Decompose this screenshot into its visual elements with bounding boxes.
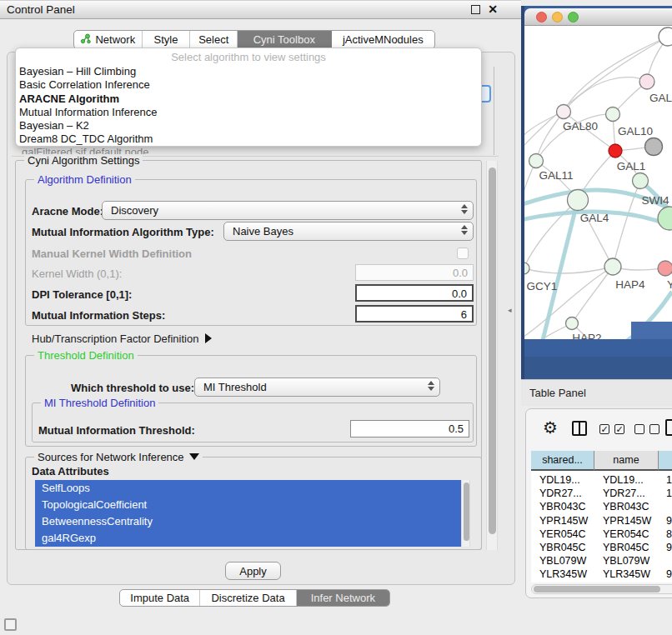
column-header-partial[interactable]	[659, 451, 672, 471]
table-hscrollbar-thumb[interactable]	[534, 586, 660, 592]
table-cell[interactable]: YDL19...	[603, 474, 644, 486]
collapsed-panel-icon[interactable]	[4, 618, 17, 631]
algorithm-option[interactable]: Basic Correlation Inference	[16, 78, 481, 92]
network-window-titlebar[interactable]	[524, 8, 672, 26]
manual-kernel-label: Manual Kernel Width Definition	[32, 248, 192, 260]
combo-stepper-icon	[428, 381, 434, 391]
table-cell[interactable]: 8.	[666, 528, 672, 540]
network-canvas[interactable]: GALGAL80GAL10GAL1GAL11SWI4GAL4GCY1HAP4YH…	[524, 26, 672, 339]
apply-button[interactable]: Apply	[225, 562, 281, 580]
tab-network[interactable]: Network	[74, 31, 143, 48]
tab-select[interactable]: Select	[190, 31, 238, 48]
tab-infer-network[interactable]: Infer Network	[297, 590, 389, 606]
tab-style[interactable]: Style	[143, 31, 191, 48]
table-cell[interactable]: 9.	[666, 542, 672, 553]
table-cell[interactable]: YLR345W	[539, 568, 587, 580]
aracne-mode-combo[interactable]: Discovery	[102, 201, 474, 220]
unchecked-checkbox-icon[interactable]	[634, 424, 644, 434]
minimize-traffic-icon[interactable]	[552, 12, 563, 22]
network-node[interactable]	[604, 258, 621, 275]
attributes-scrollbar-thumb[interactable]	[464, 482, 469, 541]
kernel-width-field[interactable]: 0.0	[355, 264, 474, 281]
table-cell[interactable]: YDL19...	[539, 474, 580, 486]
table-cell[interactable]: YBR043C	[603, 501, 649, 512]
kernel-width-label: Kernel Width (0,1):	[32, 268, 122, 280]
which-threshold-combo[interactable]: MI Threshold	[194, 378, 440, 397]
float-window-icon[interactable]	[471, 5, 480, 14]
table-cell[interactable]: YDR27...	[603, 488, 645, 499]
algorithm-option[interactable]: Dream8 DC_TDC Algorithm	[16, 132, 481, 146]
sources-title[interactable]: Sources for Network Inference	[34, 451, 203, 463]
panel-divider-handle[interactable]: ◂	[508, 306, 512, 314]
attribute-item[interactable]: BetweennessCentrality	[35, 513, 461, 530]
tab-cyni-toolbox[interactable]: Cyni Toolbox	[238, 31, 331, 48]
attribute-item[interactable]: gal4RGexp	[35, 530, 461, 547]
control-panel-tabs: NetworkStyleSelectCyni ToolboxjActiveMNo…	[73, 30, 435, 49]
network-node[interactable]	[568, 190, 589, 211]
document-icon[interactable]	[665, 419, 672, 436]
table-cell[interactable]: 9.	[666, 568, 672, 580]
network-node[interactable]	[659, 28, 672, 46]
table-hscrollbar[interactable]	[531, 584, 672, 594]
table-cell[interactable]: YBR045C	[539, 542, 586, 553]
algorithm-option[interactable]: ARACNE Algorithm	[16, 92, 481, 106]
network-node[interactable]	[557, 105, 571, 119]
table-cell[interactable]: YBL079W	[539, 555, 586, 567]
algorithm-option[interactable]: Bayesian – Hill Climbing	[16, 65, 481, 78]
table-cell[interactable]: 12	[666, 488, 672, 499]
attributes-scrollbar[interactable]	[461, 480, 470, 547]
checked-checkbox-icon[interactable]: ✓	[614, 424, 624, 434]
checked-checkbox-icon[interactable]: ✓	[599, 424, 609, 434]
close-icon[interactable]: ✕	[488, 4, 498, 14]
tab-impute-data[interactable]: Impute Data	[120, 590, 200, 606]
column-header-name[interactable]: name	[594, 451, 659, 471]
network-view-window: GALGAL80GAL10GAL1GAL11SWI4GAL4GCY1HAP4YH…	[524, 8, 672, 357]
network-node[interactable]	[645, 138, 663, 156]
tab-label: jActiveMNodules	[343, 33, 424, 46]
tab-label: Cyni Toolbox	[253, 33, 315, 46]
table-cell[interactable]: 13	[666, 474, 672, 486]
mi-steps-field[interactable]: 6	[355, 305, 474, 322]
table-cell[interactable]: YPR145W	[539, 515, 588, 527]
table-cell[interactable]: YBR043C	[539, 501, 586, 512]
dpi-tolerance-field[interactable]: 0.0	[355, 284, 474, 302]
table-cell[interactable]: YBR045C	[603, 542, 649, 553]
split-columns-icon[interactable]	[572, 421, 587, 436]
zoom-traffic-icon[interactable]	[568, 12, 579, 22]
network-node[interactable]	[606, 108, 620, 122]
table-cell[interactable]: YLR345W	[603, 568, 650, 580]
network-node[interactable]	[639, 74, 654, 89]
tab-discretize-data[interactable]: Discretize Data	[200, 590, 296, 606]
network-node[interactable]	[658, 261, 672, 276]
manual-kernel-checkbox[interactable]	[457, 248, 469, 259]
tab-jactivemnodules[interactable]: jActiveMNodules	[332, 31, 434, 48]
table-cell[interactable]: YBL079W	[603, 555, 649, 567]
attribute-item[interactable]: SelfLoops	[35, 480, 461, 497]
network-edge	[525, 323, 572, 339]
algorithm-option[interactable]: Mutual Information Inference	[16, 106, 481, 119]
close-traffic-icon[interactable]	[536, 12, 547, 22]
algorithm-option[interactable]: Bayesian – K2	[16, 119, 481, 132]
network-node[interactable]	[529, 154, 544, 168]
table-cell[interactable]: YER054C	[603, 528, 649, 540]
table-cell[interactable]: YPR145W	[603, 515, 651, 527]
network-node[interactable]	[524, 262, 529, 274]
mi-type-combo[interactable]: Naive Bayes	[223, 222, 474, 241]
hub-expander-label: Hub/Transcription Factor Definition	[32, 332, 198, 345]
mi-threshold-field[interactable]: 0.5	[350, 420, 469, 438]
attribute-item[interactable]: TopologicalCoefficient	[35, 497, 461, 513]
table-cell[interactable]: YER054C	[539, 528, 586, 540]
network-node[interactable]	[658, 207, 672, 230]
settings-scrollbar[interactable]	[486, 161, 498, 550]
data-attributes-list[interactable]: SelfLoopsTopologicalCoefficientBetweenne…	[35, 480, 461, 547]
network-node[interactable]	[609, 144, 622, 158]
network-node[interactable]	[633, 173, 649, 189]
network-node[interactable]	[566, 318, 579, 330]
table-cell[interactable]: YDR27...	[539, 488, 582, 499]
settings-scrollbar-thumb[interactable]	[489, 168, 496, 534]
column-header-shared[interactable]: shared...	[531, 451, 594, 471]
gear-icon[interactable]: ⚙	[543, 418, 558, 438]
unchecked-checkbox-icon[interactable]	[649, 424, 659, 434]
hub-expander[interactable]: Hub/Transcription Factor Definition	[32, 332, 212, 345]
table-cell[interactable]: 9.	[666, 515, 672, 527]
